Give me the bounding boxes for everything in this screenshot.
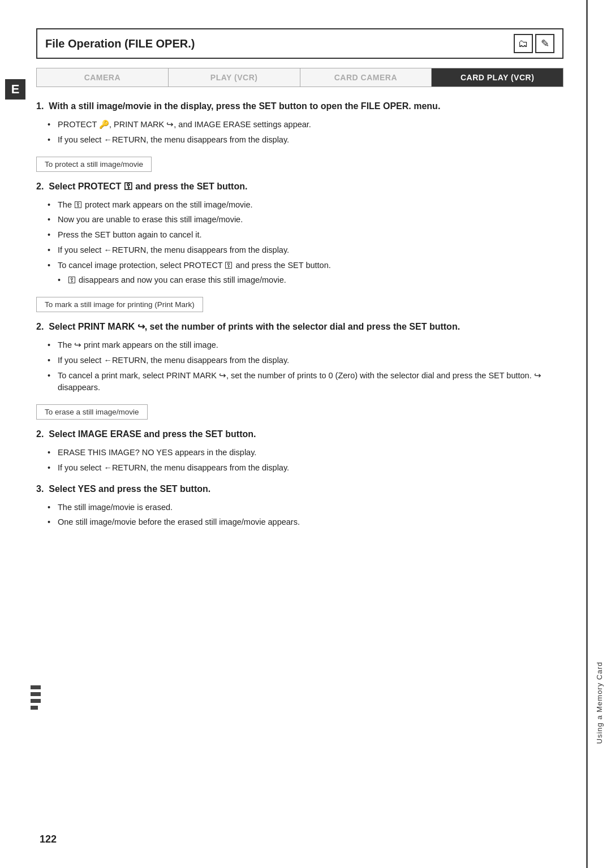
step3-bullets: The ↪ print mark appears on the still im… xyxy=(48,339,563,394)
step5-bullets: The still image/movie is erased. One sti… xyxy=(48,502,563,529)
tab-camera[interactable]: CAMERA xyxy=(37,68,169,87)
stripe-decoration xyxy=(31,685,41,710)
section-step4: 2. Select IMAGE ERASE and press the SET … xyxy=(36,427,563,474)
tab-card-play-vcr[interactable]: CARD PLAY (VCR) xyxy=(432,68,563,87)
page-number: 122 xyxy=(40,834,57,845)
step2-bullet6: ⚿ disappears and now you can erase this … xyxy=(58,274,563,287)
step2-bullet3: Press the SET button again to cancel it. xyxy=(48,229,563,241)
step4-bullets: ERASE THIS IMAGE? NO YES appears in the … xyxy=(48,447,563,474)
step1-bullets: PROTECT 🔑, PRINT MARK ↪, and IMAGE ERASE… xyxy=(48,119,563,146)
step4-heading: 2. Select IMAGE ERASE and press the SET … xyxy=(36,427,563,441)
step2-bullet4: If you select ←RETURN, the menu disappea… xyxy=(48,244,563,257)
stripe-2 xyxy=(31,692,41,696)
edit-icon: ✎ xyxy=(535,34,554,53)
infobox2: To mark a still image for printing (Prin… xyxy=(36,297,203,312)
section-step3: 2. Select PRINT MARK ↪, set the number o… xyxy=(36,320,563,394)
step2-bullet5: To cancel image protection, select PROTE… xyxy=(48,260,563,272)
infobox3: To erase a still image/movie xyxy=(36,404,148,420)
tab-bar: CAMERA PLAY (VCR) CARD CAMERA CARD PLAY … xyxy=(36,68,563,87)
section-step5: 3. Select YES and press the SET button. … xyxy=(36,482,563,529)
step2-bullets: The ⚿ protect mark appears on the still … xyxy=(48,199,563,287)
tab-card-camera[interactable]: CARD CAMERA xyxy=(300,68,432,87)
step4-bullet2: If you select ←RETURN, the menu disappea… xyxy=(48,462,563,474)
step2-bullet2: Now you are unable to erase this still i… xyxy=(48,214,563,226)
main-content: File Operation (FILE OPER.) 🗂 ✎ CAMERA P… xyxy=(31,0,586,868)
step3-bullet2: If you select ←RETURN, the menu disappea… xyxy=(48,355,563,367)
step1-bullet2: If you select ←RETURN, the menu disappea… xyxy=(48,134,563,146)
right-sidebar: Using a Memory Card xyxy=(586,0,611,868)
tab-play-vcr[interactable]: PLAY (VCR) xyxy=(169,68,300,87)
step2-bullet1: The ⚿ protect mark appears on the still … xyxy=(48,199,563,211)
header-icons: 🗂 ✎ xyxy=(514,34,554,53)
step3-bullet3: To cancel a print mark, select PRINT MAR… xyxy=(48,370,563,395)
step3-bullet1: The ↪ print mark appears on the still im… xyxy=(48,339,563,352)
stripe-4 xyxy=(31,706,38,710)
step5-bullet2: One still image/movie before the erased … xyxy=(48,516,563,529)
file-icon: 🗂 xyxy=(514,34,533,53)
left-tab: E xyxy=(0,0,31,868)
step5-heading: 3. Select YES and press the SET button. xyxy=(36,482,563,496)
header-title: File Operation (FILE OPER.) xyxy=(45,37,195,50)
infobox1: To protect a still image/movie xyxy=(36,157,152,172)
section-step2: 2. Select PROTECT ⚿ and press the SET bu… xyxy=(36,180,563,287)
header-box: File Operation (FILE OPER.) 🗂 ✎ xyxy=(36,28,563,59)
step1-heading: 1. With a still image/movie in the displ… xyxy=(36,100,563,113)
stripe-1 xyxy=(31,685,41,689)
sidebar-label: Using a Memory Card xyxy=(595,662,604,744)
step3-heading: 2. Select PRINT MARK ↪, set the number o… xyxy=(36,320,563,334)
stripe-3 xyxy=(31,699,41,703)
e-badge: E xyxy=(5,79,25,100)
step5-bullet1: The still image/movie is erased. xyxy=(48,502,563,514)
section-step1: 1. With a still image/movie in the displ… xyxy=(36,100,563,146)
step1-bullet1: PROTECT 🔑, PRINT MARK ↪, and IMAGE ERASE… xyxy=(48,119,563,131)
step2-heading: 2. Select PROTECT ⚿ and press the SET bu… xyxy=(36,180,563,193)
step4-bullet1: ERASE THIS IMAGE? NO YES appears in the … xyxy=(48,447,563,459)
